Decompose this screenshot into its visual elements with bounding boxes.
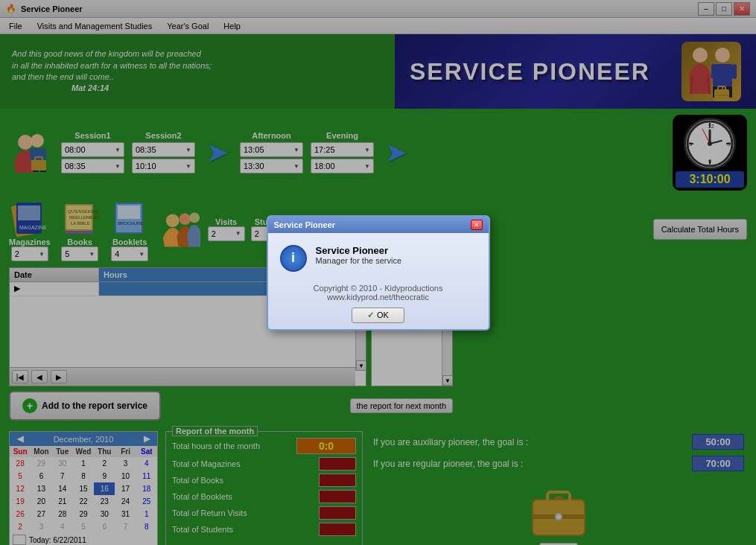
modal-subtitle: Manager for the service bbox=[316, 256, 402, 265]
ok-button[interactable]: ✓ OK bbox=[352, 307, 404, 323]
modal-dialog: Service Pioneer ✕ i Service Pioneer Mana… bbox=[267, 215, 490, 331]
modal-close-button[interactable]: ✕ bbox=[471, 220, 483, 230]
modal-text-area: Service Pioneer Manager for the service bbox=[316, 245, 402, 265]
modal-footer: ✓ OK bbox=[268, 302, 489, 329]
check-icon: ✓ bbox=[367, 310, 374, 320]
modal-copyright: Copyright © 2010 - Kidyproductions www.k… bbox=[268, 284, 489, 302]
ok-label: OK bbox=[377, 310, 389, 319]
modal-title: Service Pioneer bbox=[274, 220, 336, 229]
modal-titlebar: Service Pioneer ✕ bbox=[268, 217, 489, 233]
modal-overlay: Service Pioneer ✕ i Service Pioneer Mana… bbox=[0, 0, 756, 545]
modal-body: i Service Pioneer Manager for the servic… bbox=[268, 233, 489, 278]
modal-app-name: Service Pioneer bbox=[316, 245, 402, 256]
info-icon: i bbox=[280, 245, 307, 272]
